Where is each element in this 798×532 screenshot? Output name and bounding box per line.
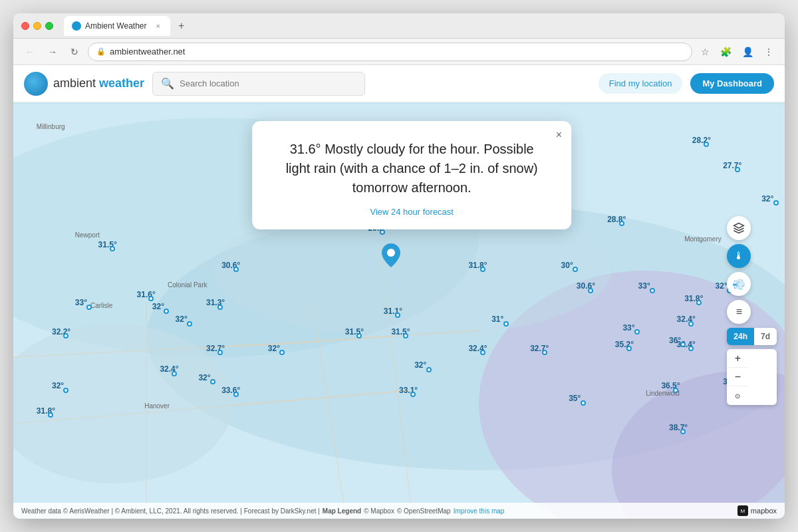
app-header: ambient weather 🔍 Find my location My Da… — [13, 65, 785, 102]
station-dot — [503, 321, 509, 327]
secure-icon: 🔒 — [96, 47, 106, 56]
forecast-24h-button[interactable]: 24h — [727, 328, 754, 345]
station-dot — [588, 288, 593, 293]
station-dot — [172, 371, 177, 376]
zoom-out-button[interactable]: − — [727, 368, 748, 386]
logo-area: ambient weather — [24, 72, 144, 96]
station-dot — [673, 388, 678, 393]
mapbox-logo: M mapbox — [737, 505, 777, 516]
station-dot — [187, 321, 192, 327]
forecast-toggle: 24h 7d — [727, 328, 777, 345]
search-bar[interactable]: 🔍 — [152, 72, 365, 96]
close-window-button[interactable] — [21, 22, 29, 30]
app-content: ambient weather 🔍 Find my location My Da… — [13, 65, 785, 519]
footer-osm: © OpenStreetMap — [397, 507, 451, 515]
wind-icon: 💨 — [732, 278, 745, 291]
tab-favicon — [72, 21, 81, 31]
address-bar[interactable]: 🔒 ambientweather.net — [88, 43, 692, 61]
popup-weather-text: 31.6° Mostly cloudy for the hour. Possib… — [276, 140, 547, 198]
station-dot — [773, 200, 779, 205]
map-container[interactable]: ShenandoahTamaquaShamokinNewportHamburgC… — [13, 102, 785, 519]
temperature-button[interactable]: 🌡 — [727, 244, 751, 268]
traffic-lights — [21, 22, 53, 30]
browser-toolbar: ← → ↻ 🔒 ambientweather.net ☆ 🧩 👤 ⋮ — [13, 39, 785, 65]
zoom-reset-button[interactable]: ⊙ — [727, 386, 748, 405]
toolbar-actions: ☆ 🧩 👤 ⋮ — [698, 44, 777, 60]
zoom-in-button[interactable]: + — [727, 349, 748, 368]
station-dot — [233, 267, 239, 272]
find-location-button[interactable]: Find my location — [598, 73, 683, 94]
forward-button[interactable]: → — [44, 44, 61, 60]
station-dot — [696, 300, 702, 305]
station-dot — [735, 167, 740, 172]
weather-popup: × 31.6° Mostly cloudy for the hour. Poss… — [252, 121, 571, 229]
station-dot — [426, 367, 432, 372]
mapbox-label: mapbox — [751, 507, 777, 515]
location-marker — [382, 243, 400, 270]
station-dot — [217, 305, 223, 310]
menu-icon: ≡ — [736, 306, 742, 318]
menu-layers-button[interactable]: ≡ — [727, 300, 751, 324]
maximize-window-button[interactable] — [45, 22, 53, 30]
footer-credits: Weather data © AerisWeather | © Ambient,… — [21, 507, 320, 515]
map-legend-link[interactable]: Map Legend — [323, 507, 361, 515]
dashboard-button[interactable]: My Dashboard — [690, 73, 774, 94]
mapbox-icon: M — [737, 505, 748, 516]
extensions-icon[interactable]: 🧩 — [717, 44, 735, 60]
back-button[interactable]: ← — [21, 44, 39, 60]
station-dot — [380, 229, 385, 235]
station-dot — [634, 329, 640, 334]
layers-button[interactable] — [727, 216, 751, 240]
bookmark-icon[interactable]: ☆ — [698, 44, 713, 60]
station-dot — [110, 246, 115, 251]
forecast-7d-button[interactable]: 7d — [754, 328, 777, 345]
wind-button[interactable]: 💨 — [727, 272, 751, 296]
logo-icon — [24, 72, 48, 96]
footer-mapbox: © Mapbox — [364, 507, 394, 515]
tab-close-button[interactable]: × — [156, 22, 160, 30]
active-tab[interactable]: Ambient Weather × — [64, 16, 170, 36]
svg-point-13 — [387, 249, 395, 257]
logo-weather: weather — [99, 76, 144, 90]
logo-ambient: ambient — [53, 76, 96, 90]
map-footer: Weather data © AerisWeather | © Ambient,… — [13, 503, 785, 519]
browser-tabs: Ambient Weather × + — [64, 16, 777, 36]
new-tab-button[interactable]: + — [173, 20, 190, 32]
station-dot — [86, 305, 92, 310]
search-input[interactable] — [180, 78, 356, 88]
station-dot — [619, 221, 624, 226]
menu-icon[interactable]: ⋮ — [761, 44, 777, 60]
tab-title: Ambient Weather — [85, 21, 147, 31]
thermometer-icon: 🌡 — [733, 250, 744, 262]
station-dot — [650, 288, 655, 293]
browser-titlebar: Ambient Weather × + — [13, 13, 785, 39]
url-text: ambientweather.net — [110, 47, 185, 57]
profile-icon[interactable]: 👤 — [739, 44, 757, 60]
station-dot — [581, 400, 586, 406]
forecast-link[interactable]: View 24 hour forecast — [370, 207, 454, 217]
station-dot — [233, 392, 239, 397]
search-icon: 🔍 — [161, 77, 174, 90]
minimize-window-button[interactable] — [33, 22, 41, 30]
reload-button[interactable]: ↻ — [66, 44, 82, 60]
map-controls-right: 🌡 💨 ≡ 24h 7d + − ⊙ — [727, 216, 777, 405]
improve-map-link[interactable]: Improve this map — [454, 507, 505, 515]
station-dot — [164, 309, 169, 314]
station-dot — [688, 321, 694, 327]
logo-text: ambient weather — [53, 76, 144, 90]
zoom-controls: + − ⊙ — [727, 349, 777, 405]
popup-close-button[interactable]: × — [556, 129, 562, 141]
